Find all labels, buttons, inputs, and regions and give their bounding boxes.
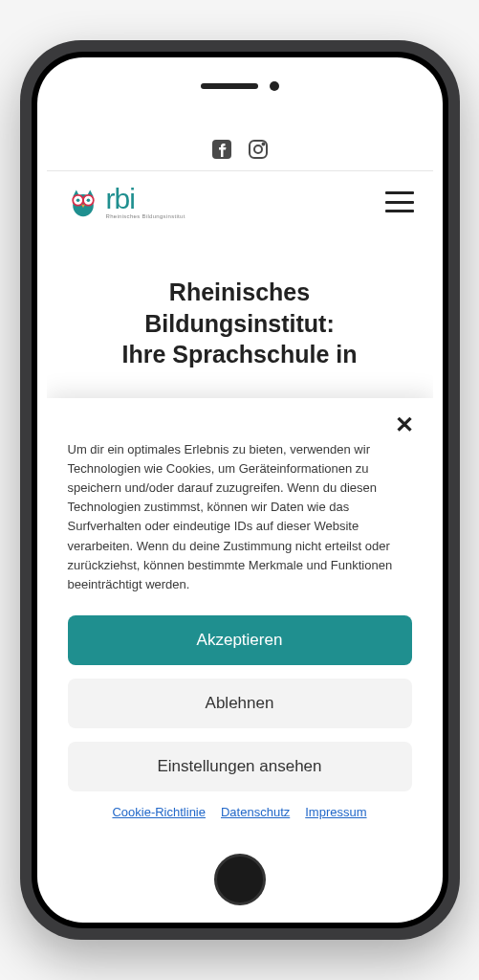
cookie-consent-banner: ✕ Um dir ein optimales Erlebnis zu biete… [47,398,433,840]
logo-subtitle: Rheinisches Bildungsinstitut [106,213,185,219]
social-bar [47,124,433,170]
title-line: Rheinisches [169,278,310,305]
logo[interactable]: rbi Rheinisches Bildungsinstitut [66,185,185,219]
svg-point-3 [262,144,264,145]
svg-point-2 [254,145,262,153]
hamburger-menu-icon[interactable] [385,191,414,212]
facebook-icon[interactable] [210,138,233,161]
cookie-policy-link[interactable]: Cookie-Richtlinie [112,805,206,819]
phone-bezel: rbi Rheinisches Bildungsinstitut Rheinis… [32,52,448,928]
logo-text: rbi Rheinisches Bildungsinstitut [106,185,185,219]
phone-notch [37,57,443,115]
settings-button[interactable]: Einstellungen ansehen [68,742,412,791]
close-icon[interactable]: ✕ [395,412,414,438]
page-content: rbi Rheinisches Bildungsinstitut Rheinis… [47,124,433,840]
privacy-link[interactable]: Datenschutz [221,805,290,819]
consent-description: Um dir ein optimales Erlebnis zu bieten,… [68,440,412,594]
consent-footer-links: Cookie-Richtlinie Datenschutz Impressum [68,805,412,819]
phone-device-frame: rbi Rheinisches Bildungsinstitut Rheinis… [20,40,460,940]
title-line: Bildungsinstitut: [144,310,335,337]
logo-main-text: rbi [106,185,185,213]
imprint-link[interactable]: Impressum [305,805,366,819]
title-line: Ihre Sprachschule in [122,341,358,368]
accept-button[interactable]: Akzeptieren [68,615,412,665]
instagram-icon[interactable] [247,138,270,161]
decline-button[interactable]: Ablehnen [68,679,412,728]
hero-section: Rheinisches Bildungsinstitut: Ihre Sprac… [47,238,433,370]
owl-icon [66,185,100,219]
svg-point-11 [86,198,90,202]
page-title: Rheinisches Bildungsinstitut: Ihre Sprac… [74,277,406,370]
svg-point-10 [76,198,79,202]
header-divider [47,170,433,171]
front-camera [270,81,279,91]
phone-screen: rbi Rheinisches Bildungsinstitut Rheinis… [37,57,443,923]
speaker-slot [201,83,258,89]
header: rbi Rheinisches Bildungsinstitut [47,185,433,238]
home-button[interactable] [214,854,266,905]
